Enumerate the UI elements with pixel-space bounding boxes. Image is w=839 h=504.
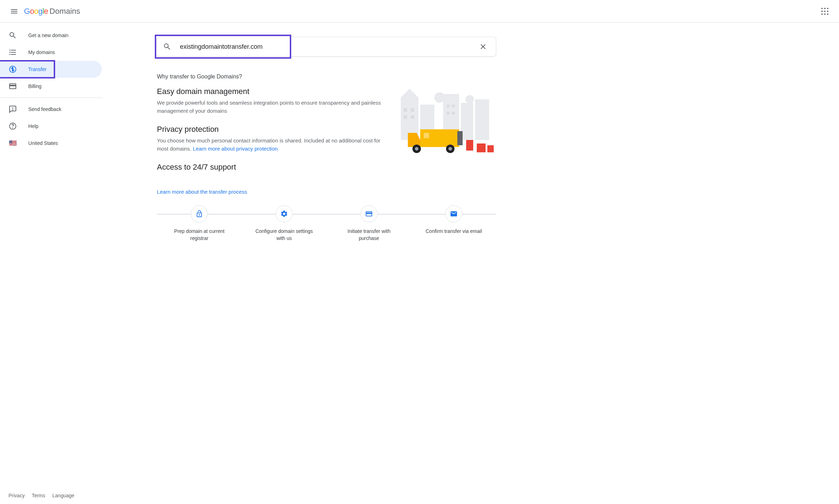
sidebar-item-feedback[interactable]: Send feedback bbox=[0, 101, 102, 118]
domain-transfer-input[interactable] bbox=[180, 43, 476, 51]
footer-terms-link[interactable]: Terms bbox=[32, 493, 45, 498]
billing-icon bbox=[8, 82, 17, 90]
step-label: Initiate transfer with purchase bbox=[337, 228, 401, 242]
mail-icon bbox=[450, 210, 458, 218]
sidebar-item-my-domains[interactable]: My domains bbox=[0, 44, 102, 61]
sidebar-item-label: Billing bbox=[28, 83, 41, 89]
svg-point-13 bbox=[13, 128, 13, 128]
close-icon bbox=[479, 42, 487, 51]
step-purchase: Initiate transfer with purchase bbox=[327, 205, 411, 242]
google-logo: Google bbox=[24, 7, 48, 16]
sidebar-item-locale[interactable]: 🇺🇸 United States bbox=[0, 135, 102, 152]
flag-icon: 🇺🇸 bbox=[8, 139, 17, 147]
sidebar-item-label: Send feedback bbox=[28, 106, 61, 112]
svg-point-2 bbox=[827, 8, 828, 9]
main-content: Why transfer to Google Domains? Easy dom… bbox=[106, 23, 839, 504]
feature-body: You choose how much personal contact inf… bbox=[157, 137, 383, 153]
svg-rect-38 bbox=[466, 140, 473, 151]
feature-privacy: Privacy protection You choose how much p… bbox=[157, 125, 383, 153]
svg-rect-26 bbox=[447, 105, 450, 107]
footer-language-link[interactable]: Language bbox=[52, 493, 74, 498]
step-circle bbox=[191, 205, 208, 222]
svg-rect-33 bbox=[457, 131, 463, 145]
svg-rect-22 bbox=[404, 108, 407, 112]
apps-grid-icon bbox=[821, 7, 829, 16]
svg-rect-17 bbox=[461, 103, 473, 140]
svg-rect-24 bbox=[404, 115, 407, 119]
svg-point-6 bbox=[821, 13, 823, 15]
search-icon bbox=[163, 42, 171, 51]
learn-transfer-process-link[interactable]: Learn more about the transfer process bbox=[157, 189, 247, 195]
help-icon bbox=[8, 122, 17, 130]
svg-point-0 bbox=[821, 8, 823, 9]
svg-point-35 bbox=[415, 147, 418, 151]
google-apps-button[interactable] bbox=[816, 3, 833, 20]
feature-easy-management: Easy domain management We provide powerf… bbox=[157, 87, 383, 115]
sidebar-item-label: My domains bbox=[28, 49, 55, 55]
step-circle bbox=[360, 205, 377, 222]
step-circle bbox=[276, 205, 293, 222]
sidebar-footer: Privacy Terms Language bbox=[0, 493, 106, 504]
step-label: Prep domain at current registrar bbox=[168, 228, 231, 242]
product-logo[interactable]: Google Domains bbox=[24, 7, 80, 16]
svg-point-11 bbox=[13, 110, 13, 110]
feature-body: We provide powerful tools and seamless i… bbox=[157, 99, 383, 115]
sidebar: Get a new domain My domains Transfer Bil… bbox=[0, 23, 106, 504]
svg-rect-18 bbox=[475, 99, 489, 140]
clear-search-button[interactable] bbox=[476, 40, 490, 54]
section-title: Why transfer to Google Domains? bbox=[157, 74, 496, 80]
svg-point-37 bbox=[448, 147, 452, 151]
step-label: Configure domain settings with us bbox=[252, 228, 316, 242]
sidebar-item-label: Get a new domain bbox=[28, 33, 69, 38]
feature-heading: Access to 24/7 support bbox=[157, 163, 383, 172]
sidebar-item-label: Transfer bbox=[28, 66, 47, 72]
sidebar-item-get-domain[interactable]: Get a new domain bbox=[0, 27, 102, 44]
sidebar-item-label: Help bbox=[28, 123, 39, 129]
svg-point-5 bbox=[827, 11, 828, 12]
search-icon bbox=[8, 31, 17, 40]
svg-point-7 bbox=[824, 13, 826, 15]
feedback-icon bbox=[8, 105, 17, 113]
footer-privacy-link[interactable]: Privacy bbox=[8, 493, 25, 498]
svg-rect-29 bbox=[452, 112, 455, 115]
svg-marker-19 bbox=[401, 89, 418, 98]
svg-rect-28 bbox=[447, 112, 450, 115]
lock-icon bbox=[195, 210, 203, 218]
step-circle bbox=[445, 205, 462, 222]
app-header: Google Domains bbox=[0, 0, 839, 23]
transfer-search-bar bbox=[157, 37, 496, 57]
transfer-steps: Prep domain at current registrar Configu… bbox=[157, 205, 496, 242]
step-label: Confirm transfer via email bbox=[426, 228, 482, 235]
product-name: Domains bbox=[49, 7, 80, 16]
svg-rect-27 bbox=[452, 105, 455, 107]
feature-heading: Privacy protection bbox=[157, 125, 383, 134]
sidebar-divider bbox=[0, 98, 102, 98]
hamburger-icon bbox=[10, 7, 18, 16]
menu-button[interactable] bbox=[6, 3, 23, 20]
svg-point-3 bbox=[821, 11, 823, 12]
svg-point-8 bbox=[827, 13, 828, 15]
step-configure: Configure domain settings with us bbox=[242, 205, 327, 242]
feature-support: Access to 24/7 support bbox=[157, 163, 383, 172]
step-prep: Prep domain at current registrar bbox=[157, 205, 242, 242]
svg-rect-39 bbox=[477, 143, 486, 152]
sidebar-item-billing[interactable]: Billing bbox=[0, 78, 102, 95]
svg-point-1 bbox=[824, 8, 826, 9]
svg-rect-40 bbox=[487, 145, 494, 152]
svg-rect-25 bbox=[411, 115, 414, 119]
transfer-icon bbox=[8, 65, 17, 74]
list-icon bbox=[8, 48, 17, 57]
svg-rect-32 bbox=[424, 133, 429, 138]
sidebar-item-help[interactable]: Help bbox=[0, 118, 102, 135]
svg-point-4 bbox=[824, 11, 826, 12]
svg-point-20 bbox=[434, 92, 445, 103]
card-icon bbox=[365, 210, 373, 218]
svg-rect-23 bbox=[411, 108, 414, 112]
step-confirm: Confirm transfer via email bbox=[411, 205, 496, 235]
svg-point-21 bbox=[465, 95, 474, 104]
feature-heading: Easy domain management bbox=[157, 87, 383, 96]
sidebar-item-transfer[interactable]: Transfer bbox=[0, 61, 102, 78]
privacy-learn-more-link[interactable]: Learn more about privacy protection bbox=[193, 146, 278, 152]
gear-icon bbox=[280, 210, 288, 218]
sidebar-item-label: United States bbox=[28, 140, 58, 146]
